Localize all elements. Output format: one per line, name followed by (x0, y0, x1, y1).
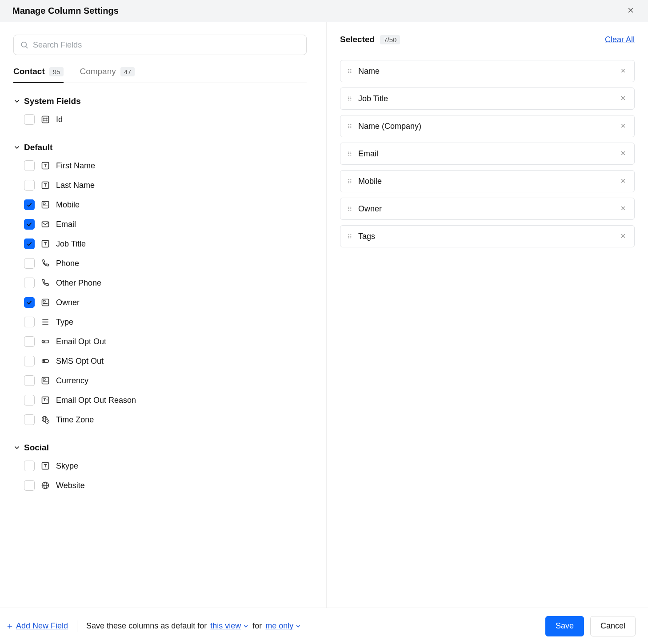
checkbox[interactable] (24, 160, 35, 171)
remove-icon[interactable] (618, 65, 628, 78)
selected-item-label: Job Title (358, 94, 613, 103)
field-owner[interactable]: Owner (13, 293, 307, 312)
selected-count: 7/50 (380, 35, 400, 44)
checkbox[interactable] (24, 336, 35, 347)
field-currency[interactable]: Currency (13, 371, 307, 390)
checkbox[interactable] (24, 278, 35, 288)
selected-item[interactable]: Name (340, 60, 635, 82)
checkbox[interactable] (24, 480, 35, 491)
drag-handle-icon[interactable] (347, 68, 353, 74)
group-toggle-default[interactable]: Default (13, 143, 307, 152)
view-scope-select[interactable]: this view (210, 621, 249, 631)
group-social: Social Skype Website (13, 443, 307, 495)
field-mobile[interactable]: Mobile (13, 195, 307, 215)
group-toggle-system[interactable]: System Fields (13, 96, 307, 106)
field-label: Email (56, 220, 76, 229)
field-phone[interactable]: Phone (13, 254, 307, 273)
field-other-phone[interactable]: Other Phone (13, 273, 307, 293)
globe-clock-icon (41, 415, 50, 424)
user-scope-select[interactable]: me only (265, 621, 301, 631)
chevron-down-icon (295, 623, 301, 629)
card-icon (41, 376, 50, 385)
tab-label: Company (80, 67, 116, 76)
remove-icon[interactable] (618, 230, 628, 243)
drag-handle-icon[interactable] (347, 206, 353, 212)
chevron-down-icon (13, 144, 20, 151)
field-email-optout-reason[interactable]: Email Opt Out Reason (13, 390, 307, 410)
field-last-name[interactable]: Last Name (13, 175, 307, 195)
selected-item[interactable]: Tags (340, 225, 635, 247)
field-label: Id (56, 115, 63, 124)
dialog-footer: Add New Field Save these columns as defa… (0, 608, 648, 644)
textarea-icon (41, 396, 50, 405)
checkbox[interactable] (24, 297, 35, 308)
checkbox[interactable] (24, 219, 35, 230)
tab-contact[interactable]: Contact 95 (13, 67, 64, 83)
search-field-wrap[interactable] (13, 35, 307, 55)
group-title: Default (24, 143, 52, 152)
clear-all-link[interactable]: Clear All (605, 35, 635, 44)
card-icon (41, 298, 50, 307)
field-time-zone[interactable]: Time Zone (13, 410, 307, 429)
checkbox[interactable] (24, 180, 35, 191)
search-input[interactable] (33, 40, 300, 50)
close-icon[interactable] (624, 3, 637, 20)
field-label: Type (56, 318, 73, 327)
chevron-down-icon (13, 444, 20, 451)
checkbox[interactable] (24, 239, 35, 249)
group-title: System Fields (24, 96, 81, 106)
cancel-button[interactable]: Cancel (590, 616, 636, 636)
selected-item[interactable]: Name (Company) (340, 115, 635, 137)
field-type[interactable]: Type (13, 312, 307, 332)
field-first-name[interactable]: First Name (13, 156, 307, 175)
field-label: Last Name (56, 181, 95, 190)
checkbox[interactable] (24, 414, 35, 425)
checkbox[interactable] (24, 199, 35, 210)
save-button[interactable]: Save (545, 616, 584, 636)
globe-icon (41, 481, 50, 490)
add-new-field-link[interactable]: Add New Field (6, 621, 68, 631)
phone-icon (41, 259, 50, 268)
drag-handle-icon[interactable] (347, 151, 353, 157)
remove-icon[interactable] (618, 92, 628, 105)
selected-item-label: Name (Company) (358, 122, 613, 131)
checkbox[interactable] (24, 375, 35, 386)
field-job-title[interactable]: Job Title (13, 234, 307, 254)
field-label: Job Title (56, 239, 86, 249)
chevron-down-icon (13, 98, 20, 105)
selected-item-label: Mobile (358, 177, 613, 186)
group-toggle-social[interactable]: Social (13, 443, 307, 453)
checkbox[interactable] (24, 356, 35, 366)
checkbox[interactable] (24, 461, 35, 471)
drag-handle-icon[interactable] (347, 233, 353, 239)
tab-company[interactable]: Company 47 (80, 67, 135, 83)
remove-icon[interactable] (618, 175, 628, 188)
text-icon (41, 461, 50, 470)
field-skype[interactable]: Skype (13, 456, 307, 476)
group-default: Default First Name Last Name Mobile Emai… (13, 143, 307, 429)
checkbox[interactable] (24, 317, 35, 327)
drag-handle-icon[interactable] (347, 123, 353, 129)
selected-item[interactable]: Mobile (340, 170, 635, 192)
field-email[interactable]: Email (13, 215, 307, 234)
checkbox[interactable] (24, 395, 35, 405)
selected-item[interactable]: Job Title (340, 87, 635, 110)
list-icon (41, 318, 50, 326)
drag-handle-icon[interactable] (347, 178, 353, 184)
selected-item-label: Name (358, 67, 613, 76)
field-website[interactable]: Website (13, 476, 307, 495)
selected-item[interactable]: Owner (340, 198, 635, 220)
dialog-header: Manage Column Settings (0, 0, 648, 22)
remove-icon[interactable] (618, 120, 628, 133)
remove-icon[interactable] (618, 203, 628, 215)
drag-handle-icon[interactable] (347, 95, 353, 102)
field-sms-optout[interactable]: SMS Opt Out (13, 351, 307, 371)
checkbox[interactable] (24, 258, 35, 269)
field-id[interactable]: Id (13, 110, 307, 129)
checkbox[interactable] (24, 114, 35, 125)
plus-icon (6, 623, 13, 630)
remove-icon[interactable] (618, 147, 628, 160)
entity-tabs: Contact 95 Company 47 (13, 67, 307, 83)
selected-item[interactable]: Email (340, 143, 635, 165)
field-email-optout[interactable]: Email Opt Out (13, 332, 307, 351)
